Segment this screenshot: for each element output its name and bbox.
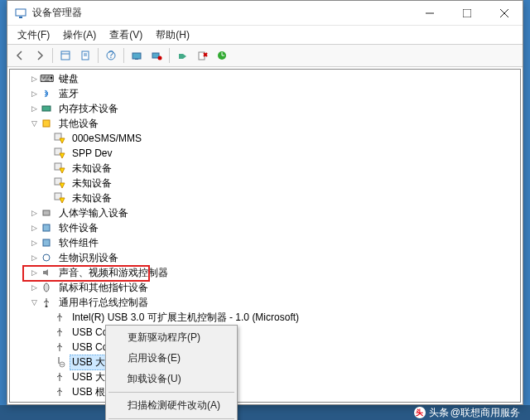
tree-node-usb-mass-storage[interactable]: USB 大容: [10, 369, 520, 384]
bluetooth-icon: [40, 87, 53, 100]
menu-help[interactable]: 帮助(H): [149, 27, 196, 44]
window-title: 设备管理器: [32, 6, 411, 20]
usb-controller-icon: [53, 385, 66, 398]
show-hide-button[interactable]: [56, 46, 75, 65]
tree-node-keyboard[interactable]: ▷⌨键盘: [10, 71, 520, 86]
tree-node-intel-usb[interactable]: Intel(R) USB 3.0 可扩展主机控制器 - 1.0 (Microso…: [10, 310, 520, 325]
svg-point-33: [44, 283, 49, 292]
svg-rect-22: [42, 106, 51, 111]
ctx-uninstall-device[interactable]: 卸载设备(U): [108, 369, 235, 389]
ctx-sep: [108, 418, 234, 419]
back-button[interactable]: [11, 46, 29, 65]
help-toolbar-button[interactable]: ?: [102, 46, 120, 65]
tree-node-unknown[interactable]: 未知设备: [10, 161, 520, 176]
scan-hardware-button[interactable]: [128, 46, 146, 65]
expand-icon[interactable]: ▷: [28, 73, 40, 84]
ctx-update-driver[interactable]: 更新驱动程序(P): [108, 327, 235, 348]
add-legacy-button[interactable]: [147, 46, 166, 65]
usb-controller-icon: [53, 370, 66, 384]
collapse-icon[interactable]: ▽: [28, 118, 40, 129]
toolbar-sep: [169, 48, 170, 63]
expand-icon[interactable]: ▷: [28, 207, 40, 219]
warning-device-icon: [53, 132, 66, 145]
tree-node-usb-root-hub[interactable]: USB 根集: [10, 384, 520, 399]
toolbar-sep: [98, 48, 99, 63]
tree-node-unknown[interactable]: 未知设备: [10, 176, 520, 191]
svg-rect-6: [61, 51, 70, 60]
footer-account: @联想商用服务: [450, 406, 520, 420]
menu-file[interactable]: 文件(F): [11, 27, 56, 44]
menu-action[interactable]: 操作(A): [56, 27, 103, 44]
forward-button[interactable]: [31, 46, 49, 65]
tree-node-software-dev[interactable]: ▷软件设备: [10, 220, 520, 235]
expand-icon[interactable]: ▷: [28, 88, 40, 99]
uninstall-button[interactable]: [193, 46, 211, 65]
warning-device-icon: [53, 147, 66, 160]
hid-icon: [40, 206, 53, 220]
update-driver-button[interactable]: [213, 46, 231, 65]
toolbar-sep: [52, 48, 53, 63]
properties-toolbar-button[interactable]: [76, 46, 94, 65]
tree-node-usb-composite[interactable]: USB Composite Device: [10, 340, 520, 355]
warning-device-icon: [53, 162, 66, 175]
warning-device-icon: [53, 176, 66, 190]
tree-node-usb[interactable]: ▽通用串行总线控制器: [10, 295, 520, 310]
expand-icon[interactable]: ▷: [28, 252, 40, 263]
footer-brand: 头条: [429, 406, 449, 420]
sound-icon: [40, 266, 53, 279]
expand-icon[interactable]: ▷: [28, 103, 40, 114]
svg-point-34: [46, 306, 48, 308]
close-button[interactable]: [485, 1, 523, 25]
expand-icon[interactable]: ▷: [28, 222, 40, 234]
ctx-scan-hardware[interactable]: 扫描检测硬件改动(A): [108, 395, 235, 416]
tree-node-mouse[interactable]: ▷鼠标和其他指针设备: [10, 280, 520, 295]
device-manager-window: 设备管理器 文件(F) 操作(A) 查看(V) 帮助(H) ? ▷⌨键盘 ▷蓝牙…: [7, 0, 523, 405]
device-tree[interactable]: ▷⌨键盘 ▷蓝牙 ▷内存技术设备 ▽其他设备 000eSMS/MMS SPP D…: [9, 69, 521, 403]
expand-icon[interactable]: ▷: [28, 282, 40, 293]
menubar: 文件(F) 操作(A) 查看(V) 帮助(H): [7, 26, 523, 44]
usb-disabled-icon: [53, 355, 66, 369]
toolbar: ?: [7, 44, 523, 67]
tree-node-bluetooth[interactable]: ▷蓝牙: [10, 86, 520, 101]
tree-node-usb-generic[interactable]: 通用 U: [10, 399, 520, 403]
tree-node-memory[interactable]: ▷内存技术设备: [10, 101, 520, 116]
menu-view[interactable]: 查看(V): [103, 27, 149, 44]
collapse-icon[interactable]: ▽: [28, 297, 40, 308]
window-controls: [411, 1, 523, 25]
tree-node-unknown[interactable]: 未知设备: [10, 191, 520, 205]
expand-icon[interactable]: ▷: [28, 237, 40, 249]
svg-rect-0: [16, 9, 26, 16]
svg-rect-13: [132, 53, 141, 59]
tree-node-biometric[interactable]: ▷生物识别设备: [10, 250, 520, 265]
tree-node-other[interactable]: ▽其他设备: [10, 116, 520, 131]
software-icon: [40, 221, 53, 234]
ctx-enable-device[interactable]: 启用设备(E): [108, 348, 235, 369]
svg-point-32: [43, 254, 50, 261]
maximize-button[interactable]: [448, 1, 485, 25]
enable-device-button[interactable]: [173, 46, 191, 65]
tree-node-software-comp[interactable]: ▷软件组件: [10, 235, 520, 250]
minimize-button[interactable]: [411, 1, 448, 25]
tree-node-sms[interactable]: 000eSMS/MMS: [10, 131, 520, 146]
tree-node-spp[interactable]: SPP Dev: [10, 146, 520, 161]
component-icon: [40, 236, 53, 249]
svg-rect-30: [43, 224, 50, 231]
tree-node-hid[interactable]: ▷人体学输入设备: [10, 205, 520, 220]
svg-rect-29: [43, 210, 50, 215]
expand-icon[interactable]: ▷: [28, 267, 40, 278]
usb-icon: [40, 296, 53, 309]
svg-text:?: ?: [108, 50, 114, 60]
usb-controller-icon: [53, 340, 66, 354]
context-menu: 更新驱动程序(P) 启用设备(E) 卸载设备(U) 扫描检测硬件改动(A) 属性…: [105, 325, 238, 420]
usb-controller-icon: [53, 326, 66, 339]
tree-node-usb-composite[interactable]: USB Composite Device: [10, 325, 520, 340]
memory-icon: [40, 102, 53, 115]
tree-node-sound[interactable]: ▷声音、视频和游戏控制器: [10, 265, 520, 280]
biometric-icon: [40, 251, 53, 264]
tree-node-usb-mass-storage-disabled[interactable]: USB 大容: [10, 355, 520, 369]
toolbar-sep: [123, 48, 124, 63]
app-icon: [14, 7, 27, 20]
svg-rect-23: [43, 120, 50, 127]
watermark-footer: 头 头条 @联想商用服务: [0, 405, 530, 420]
toutiao-logo-icon: 头: [414, 407, 426, 418]
